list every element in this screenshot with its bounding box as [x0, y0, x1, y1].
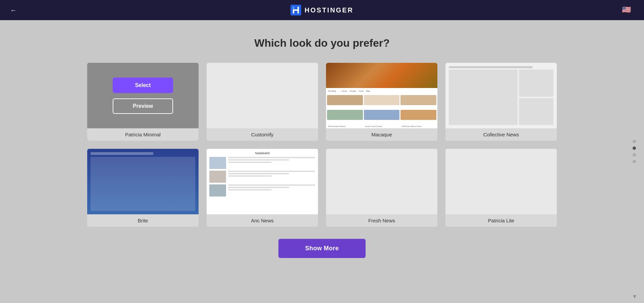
back-button[interactable]: ←: [10, 6, 17, 14]
collective-side-blocks: [519, 70, 553, 125]
theme-name-customify: Customify: [207, 128, 318, 141]
anc-site-title: Nataliealist: [209, 152, 315, 155]
scroll-down-arrow[interactable]: ▼: [632, 294, 637, 300]
collective-main-block: [449, 70, 518, 125]
macaque-nav: Tea Blog · Home Recipe Food Blog: [326, 88, 437, 94]
collective-side-item-1: [519, 70, 553, 97]
theme-name-brite: Brite: [87, 214, 199, 227]
theme-card-patricia-lite[interactable]: Patricia Lite: [445, 149, 557, 227]
macaque-thumbnail-grid: [326, 94, 437, 124]
theme-preview-brite: [87, 149, 199, 214]
theme-name-fresh-news: Fresh News: [326, 214, 437, 227]
show-more-button[interactable]: Show More: [278, 239, 366, 258]
page-title: Which look do you prefer?: [254, 37, 390, 49]
theme-preview-customify: [207, 63, 318, 128]
theme-preview-fresh-news: [326, 149, 437, 214]
theme-preview-anc-news: Nataliealist: [207, 149, 318, 214]
theme-card-anc-news[interactable]: Nataliealist: [207, 149, 318, 227]
brite-content: [91, 157, 195, 211]
theme-preview-patricia-minimal: Select Preview: [87, 63, 199, 128]
theme-card-overlay: Select Preview: [87, 63, 199, 128]
scroll-dot-3: [633, 153, 636, 157]
hostinger-logo-icon: [290, 5, 301, 15]
theme-preview-collective-news: [445, 63, 557, 128]
brite-bar: [91, 152, 153, 155]
macaque-thumb-4: [327, 110, 363, 120]
scroll-dot-1: [633, 140, 636, 143]
anc-article-3: [209, 184, 315, 197]
theme-preview-patricia-lite: [445, 149, 557, 214]
scroll-dot-4: [633, 160, 636, 163]
theme-name-macaque: Macaque: [326, 128, 437, 141]
theme-card-customify[interactable]: Customify: [207, 63, 318, 141]
collective-content: [449, 70, 553, 125]
show-more-container: Show More: [278, 239, 366, 258]
header-logo: HOSTINGER: [290, 5, 354, 15]
theme-name-collective-news: Collective News: [445, 128, 557, 141]
anc-article-1: [209, 157, 315, 169]
theme-card-brite[interactable]: Brite: [87, 149, 199, 227]
anc-thumb-3: [209, 184, 226, 197]
scroll-dot-2: [633, 146, 636, 150]
anc-thumb-2: [209, 171, 226, 183]
theme-preview-macaque: Tea Blog · Home Recipe Food Blog Multi: [326, 63, 437, 128]
scroll-indicators: [633, 140, 636, 163]
preview-button[interactable]: Preview: [113, 98, 173, 114]
collective-bar-1: [449, 66, 533, 68]
theme-card-collective-news[interactable]: Collective News: [445, 63, 557, 141]
macaque-thumb-3: [400, 95, 436, 105]
anc-article-2: [209, 171, 315, 183]
header: ← HOSTINGER 🇺🇸: [0, 0, 644, 20]
theme-card-patricia-minimal[interactable]: Select Preview Patricia Minimal: [87, 63, 199, 141]
macaque-thumb-5: [364, 110, 400, 120]
theme-name-patricia-minimal: Patricia Minimal: [87, 128, 199, 141]
back-arrow-icon: ←: [10, 6, 17, 14]
theme-grid: Select Preview Patricia Minimal Customif…: [87, 63, 557, 227]
macaque-thumb-1: [327, 95, 363, 105]
collective-side-item-2: [519, 98, 553, 125]
theme-name-patricia-lite: Patricia Lite: [445, 214, 557, 227]
theme-name-anc-news: Anc News: [207, 214, 318, 227]
select-button[interactable]: Select: [113, 78, 173, 93]
anc-thumb-1: [209, 157, 226, 169]
macaque-thumb-6: [400, 110, 436, 120]
macaque-thumb-2: [364, 95, 400, 105]
theme-card-macaque[interactable]: Tea Blog · Home Recipe Food Blog Multi: [326, 63, 437, 141]
flag-icon[interactable]: 🇺🇸: [622, 6, 634, 14]
main-content: Which look do you prefer? Select Preview…: [0, 20, 644, 271]
macaque-header-image: [326, 63, 437, 88]
logo-text: HOSTINGER: [305, 6, 354, 14]
theme-card-fresh-news[interactable]: Fresh News: [326, 149, 437, 227]
